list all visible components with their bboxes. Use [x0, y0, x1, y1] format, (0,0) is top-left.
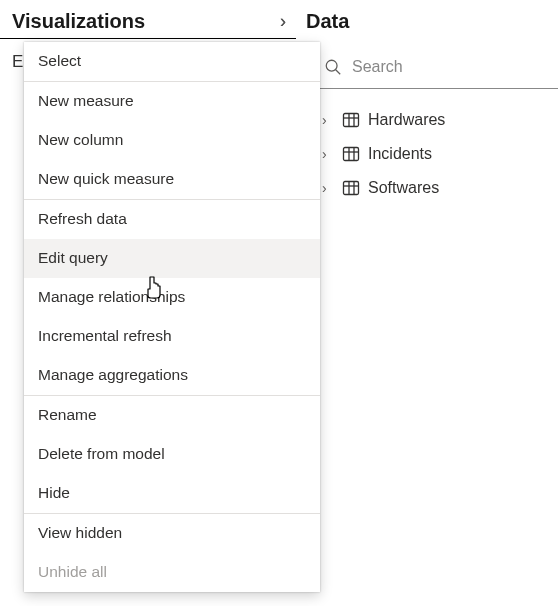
search-icon [324, 58, 342, 76]
menu-item-manage-aggregations[interactable]: Manage aggregations [24, 356, 320, 395]
menu-item-delete-from-model[interactable]: Delete from model [24, 435, 320, 474]
table-icon [342, 111, 360, 129]
data-pane: ›Hardwares›Incidents›Softwares [320, 46, 558, 205]
data-title: Data [306, 10, 349, 33]
menu-item-rename[interactable]: Rename [24, 395, 320, 435]
menu-item-new-measure[interactable]: New measure [24, 81, 320, 121]
table-icon [342, 179, 360, 197]
menu-item-new-quick-measure[interactable]: New quick measure [24, 160, 320, 199]
table-label: Hardwares [368, 111, 445, 129]
collapse-chevrons-icon[interactable]: ›› [280, 11, 286, 32]
svg-line-1 [336, 70, 341, 75]
table-icon [342, 145, 360, 163]
svg-rect-10 [344, 182, 359, 195]
menu-item-new-column[interactable]: New column [24, 121, 320, 160]
table-item-softwares[interactable]: ›Softwares [320, 171, 558, 205]
table-label: Incidents [368, 145, 432, 163]
menu-item-edit-query[interactable]: Edit query [24, 239, 320, 278]
table-context-menu: SelectNew measureNew columnNew quick mea… [24, 42, 320, 592]
svg-rect-2 [344, 114, 359, 127]
menu-item-unhide-all: Unhide all [24, 553, 320, 592]
data-pane-header: Data [296, 0, 558, 39]
visualizations-title: Visualizations [12, 10, 145, 33]
menu-item-select[interactable]: Select [24, 42, 320, 81]
chevron-right-icon[interactable]: › [322, 112, 334, 128]
search-input[interactable] [352, 58, 552, 76]
menu-item-hide[interactable]: Hide [24, 474, 320, 513]
svg-rect-6 [344, 148, 359, 161]
chevron-right-icon[interactable]: › [322, 180, 334, 196]
menu-item-view-hidden[interactable]: View hidden [24, 513, 320, 553]
menu-item-refresh-data[interactable]: Refresh data [24, 199, 320, 239]
table-item-incidents[interactable]: ›Incidents [320, 137, 558, 171]
svg-point-0 [326, 60, 337, 71]
table-item-hardwares[interactable]: ›Hardwares [320, 103, 558, 137]
menu-item-manage-relationships[interactable]: Manage relationships [24, 278, 320, 317]
table-label: Softwares [368, 179, 439, 197]
search-row[interactable] [320, 46, 558, 89]
tables-list: ›Hardwares›Incidents›Softwares [320, 89, 558, 205]
visualizations-pane-header: Visualizations ›› [0, 0, 296, 39]
viz-build-prefix: E [0, 40, 24, 72]
menu-item-incremental-refresh[interactable]: Incremental refresh [24, 317, 320, 356]
chevron-right-icon[interactable]: › [322, 146, 334, 162]
